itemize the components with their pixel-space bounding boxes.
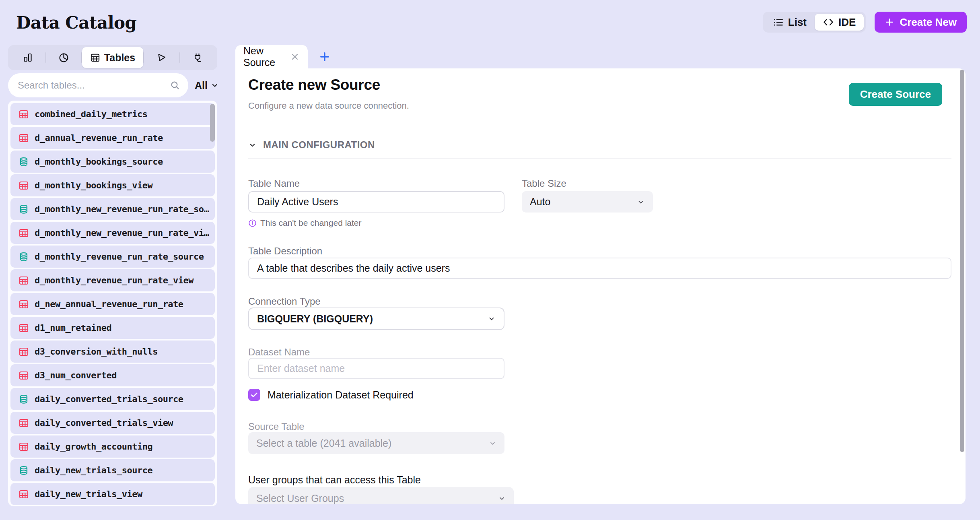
table-icon: [19, 347, 29, 357]
section-main-configuration[interactable]: MAIN CONFIGURATION: [248, 139, 375, 151]
database-icon: [19, 252, 29, 262]
table-item-label: d_new_annual_revenue_run_rate: [35, 299, 211, 309]
table-list-item[interactable]: d3_conversion_with_nulls: [10, 340, 215, 363]
sidebar-tab-charts[interactable]: [10, 47, 45, 68]
table-icon: [19, 180, 29, 191]
create-new-button[interactable]: Create New: [875, 12, 967, 33]
table-description-input[interactable]: [248, 258, 951, 279]
view-toggle-list-label: List: [788, 16, 807, 29]
table-name-input[interactable]: [248, 191, 504, 213]
chevron-down-icon: [498, 495, 506, 502]
page-subheading: Configure a new data source connection.: [248, 101, 409, 111]
dataset-name-input[interactable]: [248, 358, 504, 379]
table-icon: [19, 109, 29, 120]
table-list-item[interactable]: daily_converted_trials_view: [10, 412, 215, 434]
dataset-name-label: Dataset Name: [248, 347, 310, 358]
database-icon: [19, 394, 29, 404]
materialization-label: Materialization Dataset Required: [268, 389, 414, 401]
create-source-button[interactable]: Create Source: [849, 83, 942, 106]
chevron-down-icon: [210, 81, 219, 90]
view-toggle-ide-label: IDE: [838, 16, 856, 29]
list-icon: [773, 17, 784, 28]
main-scrollbar-thumb[interactable]: [960, 70, 964, 452]
table-item-label: daily_new_trials_view: [35, 489, 211, 499]
table-icon: [19, 442, 29, 452]
filter-all-label: All: [195, 80, 208, 91]
create-new-label: Create New: [900, 16, 957, 29]
user-groups-placeholder: Select User Groups: [256, 493, 498, 504]
search-input[interactable]: [18, 80, 170, 91]
table-item-label: d_monthly_new_revenue_run_rate_so…: [35, 204, 211, 214]
table-list-item[interactable]: d_monthly_revenue_run_rate_source: [10, 246, 215, 268]
table-item-label: combined_daily_metrics: [35, 109, 211, 119]
table-list-item[interactable]: combined_daily_metrics: [10, 103, 215, 125]
table-icon: [19, 489, 29, 499]
sidebar-search-row: All: [8, 73, 217, 97]
tab-new-source[interactable]: New Source: [235, 45, 308, 68]
table-list-item[interactable]: daily_new_trials_view: [10, 483, 215, 505]
sidebar-tab-connections[interactable]: [180, 47, 216, 68]
main-panel: Create new Source Configure a new data s…: [235, 68, 966, 504]
table-name-helper: This can't be changed later: [248, 218, 362, 228]
table-icon: [19, 323, 29, 333]
table-icon: [19, 418, 29, 428]
filter-all-dropdown[interactable]: All: [195, 80, 219, 91]
sidebar-tab-cursor[interactable]: [144, 47, 179, 68]
table-list-item[interactable]: d3_num_converted: [10, 364, 215, 386]
table-list-item[interactable]: d_monthly_bookings_source: [10, 151, 215, 173]
table-item-label: d_annual_revenue_run_rate: [35, 133, 211, 143]
table-list-item[interactable]: d_new_annual_revenue_run_rate: [10, 293, 215, 315]
database-icon: [19, 157, 29, 167]
table-item-label: d_monthly_revenue_run_rate_view: [35, 275, 211, 285]
header-controls: List IDE Create New: [763, 12, 967, 33]
chevron-down-icon: [637, 198, 645, 206]
table-icon: [19, 275, 29, 286]
table-list-item[interactable]: daily_new_trials_source: [10, 459, 215, 481]
table-list-item[interactable]: d_monthly_bookings_view: [10, 174, 215, 196]
view-toggle-ide[interactable]: IDE: [815, 14, 864, 31]
connection-type-select[interactable]: BIGQUERY (BIGQUERY): [248, 307, 504, 330]
table-list-panel: combined_daily_metrics d_annual_revenue_…: [8, 101, 217, 506]
sidebar-tab-tables[interactable]: Tables: [82, 47, 143, 68]
table-item-label: daily_converted_trials_source: [35, 394, 211, 404]
table-list-item[interactable]: daily_converted_trials_source: [10, 388, 215, 410]
table-list-item[interactable]: d_monthly_new_revenue_run_rate_vi…: [10, 222, 215, 244]
materialization-row[interactable]: Materialization Dataset Required: [248, 389, 414, 401]
section-title: MAIN CONFIGURATION: [263, 139, 375, 151]
table-item-label: daily_growth_accounting: [35, 442, 211, 452]
table-list-item[interactable]: d1_num_retained: [10, 317, 215, 339]
view-toggle: List IDE: [763, 12, 866, 33]
database-icon: [19, 465, 29, 476]
sidebar-tab-metrics[interactable]: [46, 47, 82, 68]
connection-type-value: BIGQUERY (BIGQUERY): [257, 313, 488, 325]
chevron-down-icon: [489, 440, 496, 447]
connection-type-label: Connection Type: [248, 296, 321, 307]
source-table-placeholder: Select a table (2041 available): [256, 437, 489, 449]
table-size-label: Table Size: [522, 178, 566, 189]
table-item-label: d_monthly_new_revenue_run_rate_vi…: [35, 228, 211, 238]
table-item-label: daily_new_trials_source: [35, 465, 211, 475]
table-list-item[interactable]: d_annual_revenue_run_rate: [10, 127, 215, 149]
pointer-icon: [156, 52, 167, 63]
source-table-select[interactable]: Select a table (2041 available): [248, 432, 504, 454]
table-list-item[interactable]: d_monthly_revenue_run_rate_view: [10, 269, 215, 291]
table-list-item[interactable]: d_monthly_new_revenue_run_rate_so…: [10, 198, 215, 220]
table-item-label: d_monthly_bookings_source: [35, 157, 211, 167]
sidebar-scrollbar-thumb[interactable]: [210, 104, 215, 142]
code-icon: [823, 17, 834, 28]
source-table-label: Source Table: [248, 421, 305, 432]
sidebar-tab-tables-label: Tables: [104, 52, 135, 64]
table-size-select[interactable]: Auto: [522, 191, 653, 213]
table-list-item[interactable]: daily_growth_accounting: [10, 435, 215, 458]
new-tab-plus-button[interactable]: [319, 51, 331, 63]
database-icon: [19, 204, 29, 215]
chevron-down-icon: [248, 141, 257, 149]
table-name-helper-text: This can't be changed later: [260, 218, 362, 228]
table-item-label: d_monthly_revenue_run_rate_source: [35, 252, 211, 262]
close-icon[interactable]: [290, 52, 300, 62]
search-icon: [170, 80, 180, 91]
materialization-checkbox[interactable]: [248, 389, 260, 401]
view-toggle-list[interactable]: List: [765, 14, 815, 31]
table-description-label: Table Description: [248, 246, 322, 257]
user-groups-select[interactable]: Select User Groups: [248, 487, 514, 504]
